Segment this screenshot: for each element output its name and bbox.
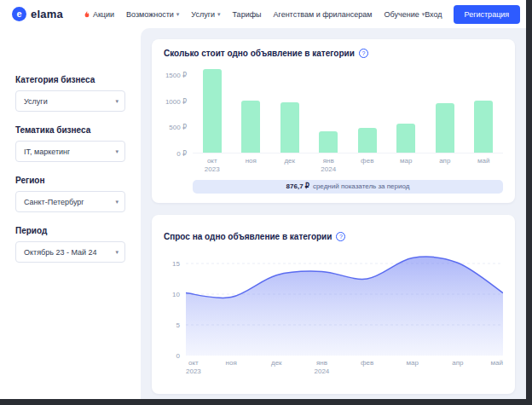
filter-label: Период bbox=[15, 226, 125, 235]
x-tick-label: окт2023 bbox=[186, 359, 201, 376]
nav-item-label: Возможности bbox=[126, 10, 174, 19]
period-select[interactable]: Октябрь 23 - Май 24 ▾ bbox=[15, 241, 125, 263]
filter-business-category: Категория бизнеса Услуги ▾ bbox=[15, 75, 125, 112]
y-tick-label: 1000 ₽ bbox=[165, 97, 187, 105]
y-tick-label: 5 bbox=[176, 321, 180, 329]
x-tick-label: апр bbox=[436, 157, 454, 174]
x-tick-label: янв2024 bbox=[315, 359, 330, 376]
x-tick-label: фев bbox=[358, 157, 377, 174]
business-category-select[interactable]: Услуги ▾ bbox=[15, 90, 125, 112]
filter-period: Период Октябрь 23 - Май 24 ▾ bbox=[15, 226, 125, 263]
chevron-down-icon: ▾ bbox=[115, 98, 119, 105]
login-link[interactable]: Вход bbox=[425, 10, 442, 19]
x-tick-label: ноя bbox=[241, 157, 260, 174]
x-tick-label: мар bbox=[396, 157, 415, 174]
bar-plot-area bbox=[193, 65, 503, 153]
nav-item-label: Обучение bbox=[385, 10, 419, 19]
filter-label: Регион bbox=[15, 176, 125, 185]
register-button[interactable]: Регистрация bbox=[454, 5, 521, 24]
demand-area-chart: 151050 bbox=[164, 248, 503, 356]
x-tick-label: ноя bbox=[226, 359, 237, 367]
filters-sidebar: Категория бизнеса Услуги ▾ Тематика бизн… bbox=[0, 28, 141, 399]
price-bar bbox=[474, 101, 493, 153]
y-tick-label: 1500 ₽ bbox=[165, 72, 187, 79]
chevron-down-icon: ▾ bbox=[115, 148, 119, 155]
price-bar-chart: 1500 ₽1000 ₽500 ₽0 ₽ bbox=[164, 65, 503, 153]
price-chart-title: Сколько стоит одно объявление в категори… bbox=[164, 49, 355, 58]
logo-icon: e bbox=[12, 7, 26, 21]
selected-value: Санкт-Петербург bbox=[24, 198, 84, 206]
filter-label: Тематика бизнеса bbox=[15, 125, 125, 135]
price-bar bbox=[241, 101, 260, 153]
nav-item-agencies[interactable]: Агентствам и фрилансерам bbox=[274, 10, 373, 19]
y-axis: 1500 ₽1000 ₽500 ₽0 ₽ bbox=[164, 65, 193, 153]
average-value: 876,7 ₽ bbox=[286, 182, 309, 190]
x-axis: окт2023ноядекянв2024февмарапрмай bbox=[186, 359, 503, 376]
nav-item-services[interactable]: Услуги ▾ bbox=[191, 10, 220, 19]
selected-value: Октябрь 23 - Май 24 bbox=[24, 248, 97, 257]
price-bar bbox=[319, 131, 338, 153]
x-tick-label: янв2024 bbox=[319, 157, 338, 174]
price-bar bbox=[358, 128, 377, 153]
y-tick-label: 0 bbox=[176, 352, 180, 360]
nav-item-promos[interactable]: Акции bbox=[84, 10, 114, 19]
nav-right: Вход Регистрация bbox=[425, 5, 520, 24]
x-tick-label: май bbox=[491, 359, 503, 367]
nav-item-label: Услуги bbox=[191, 10, 215, 19]
x-axis: окт2023ноядекянв2024февмарапрмай bbox=[193, 157, 503, 174]
demand-chart-title: Спрос на одно объявление в категории bbox=[164, 232, 332, 241]
window-edge bbox=[0, 399, 532, 405]
flame-icon bbox=[84, 10, 90, 19]
area-plot-area bbox=[186, 248, 503, 356]
nav-item-education[interactable]: Обучение ▾ bbox=[385, 10, 425, 19]
nav-item-tariffs[interactable]: Тарифы bbox=[233, 10, 262, 19]
filter-business-topic: Тематика бизнеса IT, маркетинг ▾ bbox=[15, 125, 125, 162]
chevron-down-icon: ▾ bbox=[176, 11, 180, 17]
y-axis: 151050 bbox=[164, 248, 186, 356]
top-navbar: e elama Акции Возможности ▾ Услуги ▾ bbox=[0, 0, 526, 28]
x-tick-label: дек bbox=[280, 157, 299, 174]
filter-region: Регион Санкт-Петербург ▾ bbox=[15, 176, 125, 212]
y-tick-label: 10 bbox=[172, 291, 180, 298]
chevron-down-icon: ▾ bbox=[217, 11, 221, 17]
chevron-down-icon: ▾ bbox=[115, 249, 119, 256]
y-tick-label: 15 bbox=[172, 260, 180, 268]
logo[interactable]: e elama bbox=[12, 7, 63, 21]
nav-item-features[interactable]: Возможности ▾ bbox=[126, 10, 179, 19]
nav-item-label: Акции bbox=[93, 10, 114, 19]
main-content: Сколько стоит одно объявление в категори… bbox=[141, 28, 526, 399]
price-chart-card: Сколько стоит одно объявление в категори… bbox=[152, 39, 515, 203]
price-bar bbox=[203, 69, 222, 153]
y-tick-label: 500 ₽ bbox=[169, 124, 187, 131]
info-icon[interactable]: ? bbox=[336, 232, 345, 241]
x-tick-label: мар bbox=[407, 359, 419, 367]
nav-item-label: Агентствам и фрилансерам bbox=[274, 10, 373, 19]
business-topic-select[interactable]: IT, маркетинг ▾ bbox=[15, 141, 125, 162]
logo-text: elama bbox=[31, 8, 63, 20]
screenshot-frame: e elama Акции Возможности ▾ Услуги ▾ bbox=[0, 0, 532, 405]
selected-value: Услуги bbox=[24, 97, 48, 106]
price-bar bbox=[396, 124, 415, 153]
y-tick-label: 0 ₽ bbox=[176, 150, 187, 158]
average-banner: 876,7 ₽средний показатель за период bbox=[193, 180, 503, 194]
info-icon[interactable]: ? bbox=[359, 49, 368, 58]
nav-item-label: Тарифы bbox=[233, 10, 262, 19]
nav-menu: Акции Возможности ▾ Услуги ▾ Тарифы Аген… bbox=[84, 10, 425, 19]
demand-chart-card: Спрос на одно объявление в категории ? 1… bbox=[152, 215, 515, 394]
window-edge bbox=[526, 0, 532, 405]
x-tick-label: окт2023 bbox=[203, 157, 222, 174]
x-tick-label: май bbox=[474, 157, 493, 174]
area-chart-svg bbox=[186, 248, 503, 356]
price-bar bbox=[280, 102, 299, 153]
filter-label: Категория бизнеса bbox=[15, 75, 125, 84]
x-tick-label: апр bbox=[452, 359, 463, 367]
region-select[interactable]: Санкт-Петербург ▾ bbox=[15, 191, 125, 212]
x-tick-label: фев bbox=[361, 359, 373, 367]
price-bar bbox=[436, 103, 454, 153]
selected-value: IT, маркетинг bbox=[24, 148, 70, 156]
card-title-row: Сколько стоит одно объявление в категори… bbox=[164, 49, 503, 58]
chevron-down-icon: ▾ bbox=[115, 199, 119, 205]
x-tick-label: дек bbox=[271, 359, 282, 367]
app-window: e elama Акции Возможности ▾ Услуги ▾ bbox=[0, 0, 526, 399]
card-title-row: Спрос на одно объявление в категории ? bbox=[164, 232, 503, 241]
